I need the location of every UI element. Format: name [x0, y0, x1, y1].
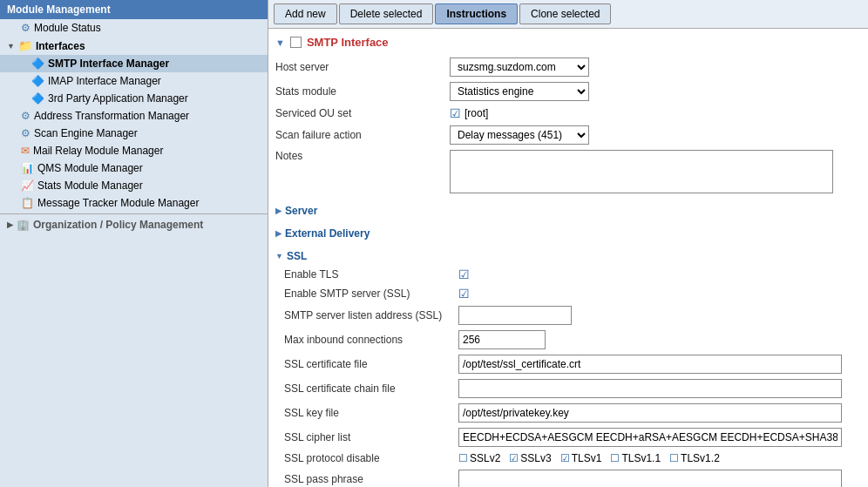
ssl-key-input[interactable]	[458, 403, 842, 423]
sidebar-item-org-policy[interactable]: ▶ 🏢 Organization / Policy Management	[0, 216, 268, 233]
sidebar-item-message-tracker[interactable]: 📋 Message Tracker Module Manager	[0, 194, 268, 212]
ssl-cert-chain-input[interactable]	[458, 379, 842, 398]
sidebar-item-scan-engine[interactable]: ⚙ Scan Engine Manager	[0, 125, 268, 142]
sidebar-item-imap-interface-manager[interactable]: 🔷 IMAP Interface Manager	[0, 72, 268, 90]
sslv2-check-icon[interactable]: ☐	[458, 452, 468, 464]
ssl-section-header[interactable]: ▼ SSL	[275, 248, 861, 264]
enable-tls-row: Enable TLS ☑	[284, 267, 861, 281]
instructions-button[interactable]: Instructions	[435, 3, 518, 24]
ssl-pass-label: SSL pass phrase	[284, 473, 458, 485]
sidebar-item-3rd-party-manager[interactable]: 🔷 3rd Party Application Manager	[0, 90, 268, 107]
enable-smtp-ssl-check-icon: ☑	[458, 287, 470, 301]
main-content: Add new Delete selected Instructions Clo…	[268, 0, 868, 487]
tlsv11-check-icon[interactable]: ☐	[610, 452, 620, 464]
3rdparty-icon: 🔷	[31, 92, 44, 105]
ssl-key-value	[458, 403, 861, 423]
sslv3-option: ☑ SSLv3	[509, 452, 551, 464]
sidebar-item-address-transformation[interactable]: ⚙ Address Transformation Manager	[0, 107, 268, 125]
ssl-cert-chain-row: SSL certificate chain file	[284, 379, 861, 398]
sidebar-item-stats[interactable]: 📈 Stats Module Manager	[0, 177, 268, 194]
enable-tls-value: ☑	[458, 267, 861, 281]
section-title: SMTP Interface	[307, 36, 389, 49]
clone-selected-button[interactable]: Clone selected	[519, 3, 611, 24]
ssl-cipher-input[interactable]	[458, 428, 842, 447]
server-section-label: Server	[285, 205, 317, 217]
ssl-protocol-label: SSL protocol disable	[284, 452, 458, 464]
server-section-header[interactable]: ▶ Server	[275, 203, 861, 219]
max-inbound-value	[458, 330, 861, 349]
serviced-ou-value: ☑ [root]	[450, 106, 861, 120]
form-fields: Host server suzsmg.suzdom.com Stats modu…	[275, 57, 861, 487]
ssl-pass-input[interactable]	[458, 470, 842, 487]
sidebar-item-interfaces[interactable]: ▼ 📁 Interfaces	[0, 37, 268, 55]
external-delivery-header[interactable]: ▶ External Delivery	[275, 226, 861, 241]
ssl-protocol-row: SSL protocol disable ☐ SSLv2 ☑ SSLv3	[284, 452, 861, 464]
smtp-listen-input[interactable]	[458, 306, 572, 325]
ssl-cert-input[interactable]	[458, 355, 842, 374]
ssl-cipher-label: SSL cipher list	[284, 431, 458, 443]
sidebar-header: Module Management	[0, 0, 268, 19]
smtp-listen-label: SMTP server listen address (SSL)	[284, 309, 458, 321]
tlsv1-check-icon[interactable]: ☑	[560, 452, 570, 464]
smtp-listen-row: SMTP server listen address (SSL)	[284, 306, 861, 325]
max-inbound-input[interactable]	[458, 330, 546, 349]
tlsv1-label: TLSv1	[572, 452, 602, 464]
smtp-listen-value	[458, 306, 861, 325]
sslv2-label: SSLv2	[470, 452, 500, 464]
ssl-pass-row: SSL pass phrase	[284, 470, 861, 487]
enable-tls-label: Enable TLS	[284, 268, 458, 281]
ssl-cipher-row: SSL cipher list	[284, 428, 861, 447]
delete-selected-button[interactable]: Delete selected	[339, 3, 434, 24]
sidebar-item-mail-relay[interactable]: ✉ Mail Relay Module Manager	[0, 142, 268, 159]
imap-icon: 🔷	[31, 75, 44, 87]
triangle-icon: ▼	[7, 42, 15, 51]
interface-icon: 🔷	[31, 57, 44, 70]
folder-icon: 📁	[18, 39, 32, 52]
stats-module-value: Statistics engine	[450, 82, 861, 101]
external-delivery-section: ▶ External Delivery	[275, 226, 861, 241]
tlsv12-check-icon[interactable]: ☐	[669, 452, 679, 464]
tlsv11-option: ☐ TLSv1.1	[610, 452, 661, 464]
max-inbound-label: Max inbound connections	[284, 334, 458, 346]
enable-smtp-ssl-label: Enable SMTP server (SSL)	[284, 287, 458, 300]
gear-icon: ⚙	[21, 22, 31, 34]
ssl-cert-chain-label: SSL certificate chain file	[284, 382, 458, 395]
host-server-select[interactable]: suzsmg.suzdom.com	[450, 57, 589, 77]
notes-label: Notes	[275, 150, 450, 162]
sidebar-item-module-status[interactable]: ⚙ Module Status	[0, 19, 268, 37]
ssl-key-row: SSL key file	[284, 403, 861, 423]
host-server-row: Host server suzsmg.suzdom.com	[275, 57, 861, 77]
tlsv12-label: TLSv1.2	[681, 452, 720, 464]
stats-module-row: Stats module Statistics engine	[275, 82, 861, 101]
serviced-ou-check-icon: ☑	[450, 106, 461, 120]
smtp-interface-checkbox[interactable]	[290, 37, 302, 48]
sslv3-check-icon[interactable]: ☑	[509, 452, 519, 464]
stats-module-select[interactable]: Statistics engine	[450, 82, 589, 101]
ssl-key-label: SSL key file	[284, 407, 458, 419]
notes-textarea[interactable]	[450, 150, 833, 193]
section-header: ▼ SMTP Interface	[275, 36, 861, 49]
scan-failure-label: Scan failure action	[275, 129, 450, 141]
host-server-label: Host server	[275, 61, 450, 73]
tlsv1-option: ☑ TLSv1	[560, 452, 602, 464]
notes-value	[450, 150, 861, 196]
sslv3-label: SSLv3	[520, 452, 551, 464]
org-triangle-icon: ▶	[7, 220, 13, 229]
enable-tls-check-icon: ☑	[458, 267, 470, 281]
max-inbound-row: Max inbound connections	[284, 330, 861, 349]
scan-failure-select[interactable]: Delay messages (451)	[450, 125, 589, 145]
transform-icon: ⚙	[21, 110, 31, 122]
scan-failure-value: Delay messages (451)	[450, 125, 861, 145]
tlsv12-option: ☐ TLSv1.2	[669, 452, 720, 464]
ssl-content: Enable TLS ☑ Enable SMTP server (SSL) ☑	[275, 267, 861, 487]
org-icon: 🏢	[17, 219, 30, 231]
tracker-icon: 📋	[21, 197, 34, 209]
sidebar-item-smtp-interface-manager[interactable]: 🔷 SMTP Interface Manager	[0, 55, 268, 72]
sidebar-item-qms[interactable]: 📊 QMS Module Manager	[0, 159, 268, 177]
enable-smtp-ssl-value: ☑	[458, 287, 861, 301]
scan-failure-row: Scan failure action Delay messages (451)	[275, 125, 861, 145]
serviced-ou-row: Serviced OU set ☑ [root]	[275, 106, 861, 120]
scan-icon: ⚙	[21, 127, 31, 139]
ssl-section: ▼ SSL Enable TLS ☑ Enable SMTP server (S…	[275, 248, 861, 487]
add-new-button[interactable]: Add new	[274, 3, 337, 24]
